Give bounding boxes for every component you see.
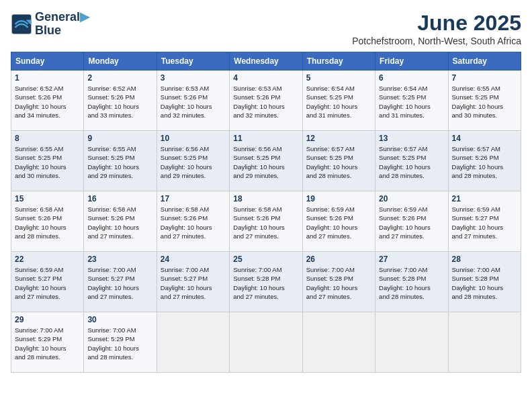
header-day: Tuesday: [157, 52, 229, 71]
calendar-week: 29Sunrise: 7:00 AM Sunset: 5:29 PM Dayli…: [11, 312, 521, 373]
calendar-week: 8Sunrise: 6:55 AM Sunset: 5:25 PM Daylig…: [11, 131, 521, 191]
calendar-cell: 8Sunrise: 6:55 AM Sunset: 5:25 PM Daylig…: [11, 131, 84, 191]
calendar-cell: 5Sunrise: 6:54 AM Sunset: 5:25 PM Daylig…: [302, 71, 375, 131]
day-number: 18: [233, 194, 298, 203]
day-info: Sunrise: 7:00 AM Sunset: 5:29 PM Dayligh…: [15, 326, 80, 361]
header-day: Friday: [375, 52, 448, 71]
month-title: June 2025: [352, 11, 521, 36]
calendar-cell: [230, 312, 302, 373]
calendar-cell: 10Sunrise: 6:56 AM Sunset: 5:25 PM Dayli…: [157, 131, 229, 191]
day-info: Sunrise: 6:59 AM Sunset: 5:27 PM Dayligh…: [452, 205, 517, 240]
day-info: Sunrise: 6:55 AM Sunset: 5:25 PM Dayligh…: [87, 144, 152, 180]
day-number: 26: [306, 255, 371, 264]
calendar-week: 15Sunrise: 6:58 AM Sunset: 5:26 PM Dayli…: [11, 191, 521, 252]
day-info: Sunrise: 6:58 AM Sunset: 5:26 PM Dayligh…: [87, 205, 152, 240]
header-day: Monday: [84, 52, 157, 71]
day-number: 5: [306, 73, 371, 83]
day-info: Sunrise: 6:55 AM Sunset: 5:25 PM Dayligh…: [15, 144, 80, 180]
day-info: Sunrise: 6:55 AM Sunset: 5:25 PM Dayligh…: [452, 84, 517, 120]
day-info: Sunrise: 6:59 AM Sunset: 5:26 PM Dayligh…: [379, 205, 444, 240]
calendar-cell: 13Sunrise: 6:57 AM Sunset: 5:25 PM Dayli…: [375, 131, 448, 191]
calendar-cell: 3Sunrise: 6:53 AM Sunset: 5:26 PM Daylig…: [157, 71, 229, 131]
calendar-cell: [375, 312, 448, 373]
day-number: 23: [87, 255, 152, 264]
day-number: 16: [87, 194, 152, 203]
day-info: Sunrise: 6:58 AM Sunset: 5:26 PM Dayligh…: [161, 205, 226, 240]
day-number: 27: [379, 255, 444, 264]
day-number: 4: [233, 73, 298, 83]
header-day: Saturday: [448, 52, 521, 71]
day-number: 8: [15, 134, 80, 143]
day-info: Sunrise: 6:54 AM Sunset: 5:25 PM Dayligh…: [306, 84, 371, 120]
calendar-cell: 16Sunrise: 6:58 AM Sunset: 5:26 PM Dayli…: [84, 191, 157, 252]
day-number: 14: [452, 134, 517, 143]
calendar-cell: [448, 312, 521, 373]
day-number: 20: [379, 194, 444, 203]
day-info: Sunrise: 6:59 AM Sunset: 5:27 PM Dayligh…: [15, 265, 80, 301]
calendar-table: SundayMondayTuesdayWednesdayThursdayFrid…: [11, 52, 521, 373]
calendar-cell: 21Sunrise: 6:59 AM Sunset: 5:27 PM Dayli…: [448, 191, 521, 252]
day-info: Sunrise: 6:52 AM Sunset: 5:26 PM Dayligh…: [87, 84, 152, 120]
calendar-cell: 14Sunrise: 6:57 AM Sunset: 5:26 PM Dayli…: [448, 131, 521, 191]
day-number: 24: [161, 255, 226, 264]
calendar-cell: [157, 312, 229, 373]
header-row: SundayMondayTuesdayWednesdayThursdayFrid…: [11, 52, 521, 71]
header-day: Sunday: [11, 52, 84, 71]
calendar-cell: 11Sunrise: 6:56 AM Sunset: 5:25 PM Dayli…: [230, 131, 302, 191]
day-info: Sunrise: 6:57 AM Sunset: 5:25 PM Dayligh…: [379, 144, 444, 180]
day-info: Sunrise: 6:59 AM Sunset: 5:26 PM Dayligh…: [306, 205, 371, 240]
day-number: 30: [87, 315, 152, 324]
header-day: Thursday: [302, 52, 375, 71]
calendar-cell: 22Sunrise: 6:59 AM Sunset: 5:27 PM Dayli…: [11, 252, 84, 312]
day-number: 29: [15, 315, 80, 324]
day-number: 3: [161, 73, 226, 83]
day-number: 25: [233, 255, 298, 264]
calendar-cell: 29Sunrise: 7:00 AM Sunset: 5:29 PM Dayli…: [11, 312, 84, 373]
calendar-cell: [302, 312, 375, 373]
calendar-cell: 19Sunrise: 6:59 AM Sunset: 5:26 PM Dayli…: [302, 191, 375, 252]
day-number: 9: [87, 134, 152, 143]
logo: General▶ Blue: [11, 11, 89, 38]
day-number: 15: [15, 194, 80, 203]
day-number: 21: [452, 194, 517, 203]
calendar-cell: 27Sunrise: 7:00 AM Sunset: 5:28 PM Dayli…: [375, 252, 448, 312]
day-number: 11: [233, 134, 298, 143]
location-title: Potchefstroom, North-West, South Africa: [352, 36, 521, 46]
calendar-cell: 1Sunrise: 6:52 AM Sunset: 5:26 PM Daylig…: [11, 71, 84, 131]
day-info: Sunrise: 7:00 AM Sunset: 5:28 PM Dayligh…: [306, 265, 371, 301]
day-info: Sunrise: 7:00 AM Sunset: 5:28 PM Dayligh…: [452, 265, 517, 301]
calendar-cell: 24Sunrise: 7:00 AM Sunset: 5:27 PM Dayli…: [157, 252, 229, 312]
day-info: Sunrise: 6:54 AM Sunset: 5:25 PM Dayligh…: [379, 84, 444, 120]
day-number: 10: [161, 134, 226, 143]
calendar-cell: 7Sunrise: 6:55 AM Sunset: 5:25 PM Daylig…: [448, 71, 521, 131]
day-info: Sunrise: 6:56 AM Sunset: 5:25 PM Dayligh…: [233, 144, 298, 180]
day-info: Sunrise: 7:00 AM Sunset: 5:28 PM Dayligh…: [379, 265, 444, 301]
day-number: 1: [15, 73, 80, 83]
calendar-cell: 26Sunrise: 7:00 AM Sunset: 5:28 PM Dayli…: [302, 252, 375, 312]
logo-icon: [11, 13, 32, 35]
day-info: Sunrise: 7:00 AM Sunset: 5:27 PM Dayligh…: [161, 265, 226, 301]
day-info: Sunrise: 6:53 AM Sunset: 5:26 PM Dayligh…: [233, 84, 298, 120]
day-info: Sunrise: 6:53 AM Sunset: 5:26 PM Dayligh…: [161, 84, 226, 120]
day-info: Sunrise: 7:00 AM Sunset: 5:28 PM Dayligh…: [233, 265, 298, 301]
day-number: 22: [15, 255, 80, 264]
calendar-cell: 9Sunrise: 6:55 AM Sunset: 5:25 PM Daylig…: [84, 131, 157, 191]
calendar-cell: 4Sunrise: 6:53 AM Sunset: 5:26 PM Daylig…: [230, 71, 302, 131]
logo-text: General▶ Blue: [35, 11, 89, 38]
calendar-cell: 12Sunrise: 6:57 AM Sunset: 5:25 PM Dayli…: [302, 131, 375, 191]
day-number: 19: [306, 194, 371, 203]
calendar-cell: 17Sunrise: 6:58 AM Sunset: 5:26 PM Dayli…: [157, 191, 229, 252]
day-number: 13: [379, 134, 444, 143]
calendar-cell: 30Sunrise: 7:00 AM Sunset: 5:29 PM Dayli…: [84, 312, 157, 373]
day-number: 17: [161, 194, 226, 203]
day-info: Sunrise: 6:58 AM Sunset: 5:26 PM Dayligh…: [233, 205, 298, 240]
calendar-cell: 23Sunrise: 7:00 AM Sunset: 5:27 PM Dayli…: [84, 252, 157, 312]
day-number: 2: [87, 73, 152, 83]
calendar-cell: 2Sunrise: 6:52 AM Sunset: 5:26 PM Daylig…: [84, 71, 157, 131]
day-number: 7: [452, 73, 517, 83]
day-info: Sunrise: 6:58 AM Sunset: 5:26 PM Dayligh…: [15, 205, 80, 240]
day-info: Sunrise: 6:57 AM Sunset: 5:25 PM Dayligh…: [306, 144, 371, 180]
calendar-cell: 28Sunrise: 7:00 AM Sunset: 5:28 PM Dayli…: [448, 252, 521, 312]
calendar-cell: 20Sunrise: 6:59 AM Sunset: 5:26 PM Dayli…: [375, 191, 448, 252]
day-info: Sunrise: 6:52 AM Sunset: 5:26 PM Dayligh…: [15, 84, 80, 120]
